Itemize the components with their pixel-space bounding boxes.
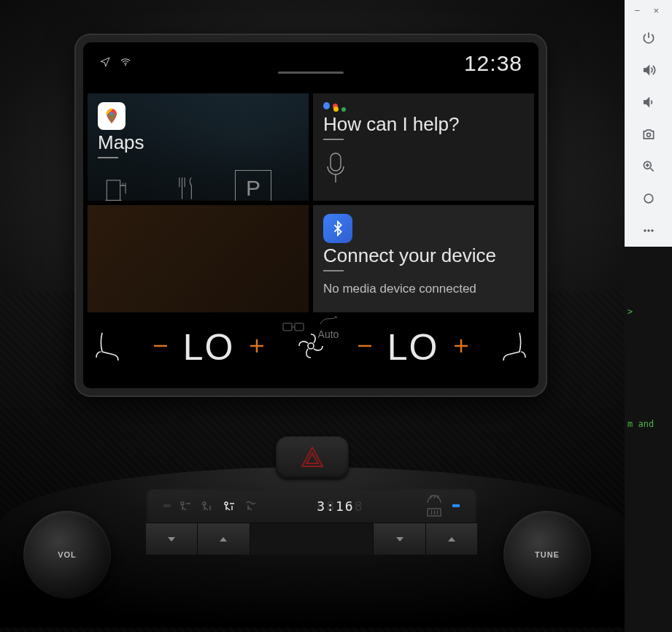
restaurant-icon[interactable]: [166, 169, 206, 201]
ac-left-down-button[interactable]: [146, 523, 198, 555]
ac-right-up-button[interactable]: [426, 523, 477, 555]
back-button[interactable]: [625, 182, 672, 215]
more-button[interactable]: [625, 215, 672, 247]
drag-handle[interactable]: [278, 72, 344, 74]
sync-icon[interactable]: [282, 321, 304, 335]
infotainment-screen: 12:38 Maps P: [83, 42, 538, 388]
recirculate-icon[interactable]: Auto: [317, 315, 339, 340]
emulator-close-button[interactable]: ×: [654, 7, 663, 16]
power-button[interactable]: [625, 22, 672, 54]
head-unit-bezel: 12:38 Maps P: [74, 34, 547, 397]
ac-control-panel: 88:88 3:16: [146, 489, 477, 555]
climate-bar: Auto LO LO: [88, 312, 534, 382]
lower-dashboard: 88:88 3:16 VOL TUNE: [0, 409, 625, 598]
car-dashboard: 12:38 Maps P: [0, 0, 625, 632]
media-card[interactable]: Connect your device No media device conn…: [313, 205, 534, 312]
bluetooth-icon: [323, 214, 352, 243]
volume-dial[interactable]: VOL: [23, 511, 111, 598]
svg-point-13: [181, 502, 184, 505]
rear-defrost-icon: [426, 507, 442, 517]
defrost-icons: [426, 494, 442, 517]
empty-card[interactable]: [88, 205, 309, 312]
microphone-icon[interactable]: [323, 150, 348, 185]
svg-point-0: [646, 133, 650, 136]
airflow-feet-icon: [200, 500, 215, 512]
media-subtitle: No media device connected: [323, 282, 524, 296]
svg-rect-10: [283, 323, 292, 331]
svg-rect-11: [295, 323, 304, 331]
emulator-toolbar: − ×: [625, 0, 672, 247]
svg-point-3: [644, 230, 646, 232]
svg-point-2: [644, 194, 653, 203]
sync-mode-label: Auto: [318, 328, 339, 340]
screenshot-button[interactable]: [625, 118, 672, 150]
wifi-icon: [120, 56, 131, 71]
media-title: Connect your device: [323, 244, 524, 267]
tune-dial[interactable]: TUNE: [503, 511, 591, 598]
ac-panel-gap: [250, 523, 374, 555]
ac-indicator-off: [163, 504, 171, 507]
airflow-mode-icons: [163, 500, 258, 512]
assistant-card[interactable]: How can I help?: [313, 93, 534, 201]
status-bar: 12:38: [83, 42, 538, 85]
svg-point-4: [647, 230, 649, 232]
svg-rect-16: [428, 509, 441, 516]
svg-point-14: [203, 502, 206, 505]
clock: 12:38: [464, 51, 522, 76]
google-maps-icon: [98, 102, 125, 130]
ac-display: 3:16: [317, 498, 354, 514]
front-defrost-icon: [426, 494, 442, 504]
ac-right-down-button[interactable]: [374, 523, 425, 555]
svg-point-12: [308, 343, 314, 349]
svg-point-5: [651, 230, 653, 232]
ac-left-up-button[interactable]: [198, 523, 250, 555]
svg-rect-8: [107, 180, 120, 201]
volume-down-button[interactable]: [625, 86, 672, 118]
svg-rect-9: [331, 153, 341, 171]
maps-card[interactable]: Maps P: [88, 93, 309, 201]
zoom-button[interactable]: [625, 150, 672, 182]
ac-indicator-on: [452, 504, 460, 507]
airflow-mix-icon: [222, 500, 236, 512]
airflow-defrost-feet-icon: [244, 500, 258, 512]
volume-up-button[interactable]: [625, 54, 672, 86]
assistant-title: How can I help?: [323, 113, 524, 136]
parking-icon[interactable]: P: [235, 170, 271, 201]
location-icon: [99, 56, 111, 71]
svg-point-6: [125, 64, 126, 66]
right-seat-button[interactable]: [499, 328, 528, 366]
ev-charging-icon[interactable]: [98, 169, 137, 201]
maps-title: Maps: [98, 131, 298, 154]
hazard-button[interactable]: [276, 436, 349, 479]
emulator-minimize-button[interactable]: −: [635, 7, 644, 16]
svg-point-15: [225, 502, 228, 505]
home-grid: Maps P: [88, 93, 534, 312]
airflow-face-icon: [178, 500, 193, 512]
climate-sync-row: Auto: [88, 315, 534, 340]
